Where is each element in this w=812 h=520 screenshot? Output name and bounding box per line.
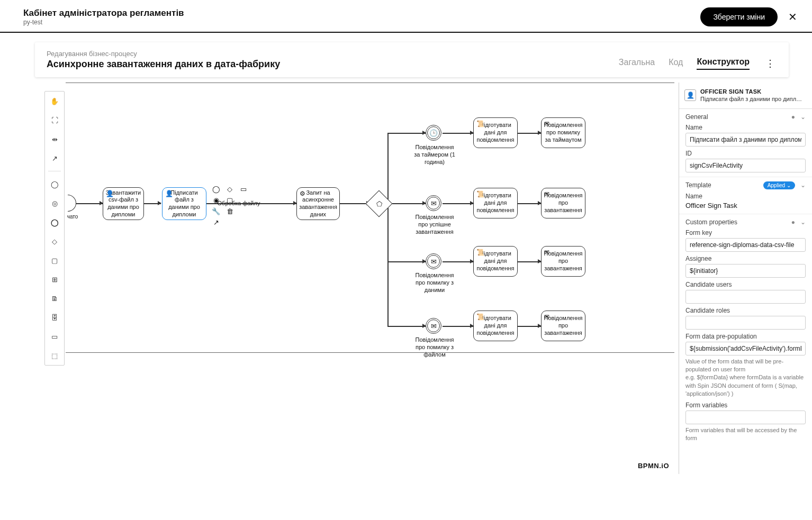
tab-code[interactable]: Код bbox=[669, 58, 683, 69]
input-form-vars[interactable] bbox=[685, 410, 806, 424]
chevron-down-icon[interactable]: ⌄ bbox=[800, 181, 806, 189]
tpl-name-value: Officer Sign Task bbox=[685, 202, 806, 209]
process-title: Асинхронне завантаження даних в дата-фаб… bbox=[47, 59, 280, 70]
task-prep-3[interactable]: 📜Підготувати дані для повідомлення bbox=[473, 246, 518, 277]
label-form-key: Form key bbox=[685, 229, 806, 236]
evt-timer[interactable]: 🕒 bbox=[426, 125, 441, 141]
task-msg-load-2[interactable]: ✉Повідомлення про завантаження bbox=[541, 188, 585, 218]
task-prep-4[interactable]: 📜Підготувати дані для повідомлення bbox=[473, 311, 518, 341]
tab-general[interactable]: Загальна bbox=[619, 58, 655, 69]
ctx-trash-icon[interactable]: 🗑 bbox=[224, 207, 235, 215]
event-gateway[interactable]: ⬠ bbox=[366, 190, 393, 217]
app-header: Кабінет адміністратора регламентів py-te… bbox=[0, 0, 812, 33]
script-icon: 📜 bbox=[476, 249, 484, 257]
script-icon: 📜 bbox=[476, 190, 484, 198]
input-name[interactable] bbox=[685, 133, 806, 147]
tab-builder[interactable]: Конструктор bbox=[697, 57, 750, 70]
app-title: Кабінет адміністратора регламентів bbox=[23, 8, 184, 19]
subheader: Редагування бізнес-процесу Асинхронне за… bbox=[35, 42, 789, 77]
tabs: Загальна Код Конструктор ⋮ bbox=[619, 57, 777, 70]
section-general: General bbox=[685, 113, 708, 121]
hint-form-vars: Form variables that will be accessed by … bbox=[685, 426, 806, 443]
evt-success[interactable]: ✉ bbox=[426, 195, 441, 211]
user-icon: 👤 bbox=[165, 190, 173, 198]
tool-group-icon[interactable]: ⬚ bbox=[48, 349, 61, 362]
tool-connect-icon[interactable]: ↗ bbox=[48, 152, 61, 165]
app-subtitle: py-test bbox=[23, 19, 184, 26]
task-msg-load-4[interactable]: ✉Повідомлення про завантаження bbox=[541, 311, 585, 341]
tool-gateway-icon[interactable]: ◇ bbox=[48, 235, 61, 248]
chevron-down-icon[interactable]: ⌄ bbox=[800, 218, 806, 226]
bpmn-canvas[interactable]: чато 👤Завантажити csv-файл з даними про … bbox=[35, 83, 674, 474]
tool-space-icon[interactable]: ⇹ bbox=[48, 133, 61, 145]
ctx-end-event-icon[interactable]: ◉ bbox=[211, 196, 221, 204]
context-pad: ◯◇▭ ◉▢ 🔧🗑 ↗ bbox=[211, 185, 249, 226]
mail-icon: ✉ bbox=[544, 190, 549, 198]
task-type-icon: 👤 bbox=[684, 89, 696, 101]
label-assignee: Assignee bbox=[685, 255, 806, 262]
tool-data-object-icon[interactable]: 🗎 bbox=[48, 292, 61, 305]
evt-file-error[interactable]: ✉ bbox=[426, 318, 441, 334]
input-cand-users[interactable] bbox=[685, 290, 806, 304]
gear-icon: ⚙ bbox=[300, 190, 305, 198]
section-custom: Custom properties bbox=[685, 218, 737, 226]
bpmn-logo: BPMN.iO bbox=[638, 462, 669, 470]
panel-name: Підписати файл з даними про дипл… bbox=[700, 95, 802, 103]
ctx-event-icon[interactable]: ◯ bbox=[211, 185, 221, 193]
panel-type: OFFICER SIGN TASK bbox=[700, 88, 802, 95]
save-button[interactable]: Зберегти зміни bbox=[700, 7, 778, 26]
start-label: чато bbox=[66, 214, 79, 221]
mail-icon: ✉ bbox=[544, 313, 549, 321]
section-template: Template bbox=[685, 181, 711, 189]
tool-intermediate-event-icon[interactable]: ◎ bbox=[48, 197, 61, 209]
close-icon[interactable]: ✕ bbox=[788, 11, 797, 23]
ctx-gateway-icon[interactable]: ◇ bbox=[224, 185, 235, 193]
evt-data-error[interactable]: ✉ bbox=[426, 253, 441, 269]
task-prep-1[interactable]: 📜Підготувати дані для повідомлення bbox=[473, 117, 518, 148]
tool-data-store-icon[interactable]: 🗄 bbox=[48, 311, 61, 324]
ctx-annotation-icon[interactable]: ▭ bbox=[238, 185, 249, 193]
input-prepop[interactable] bbox=[685, 342, 806, 355]
input-assignee[interactable] bbox=[685, 264, 806, 278]
mail-icon: ✉ bbox=[544, 120, 549, 128]
more-menu-icon[interactable]: ⋮ bbox=[763, 58, 777, 69]
hint-prepop: Value of the form data that will be pre-… bbox=[685, 358, 806, 398]
ctx-task-icon[interactable]: ▢ bbox=[224, 196, 235, 204]
ctx-spacer2 bbox=[238, 207, 249, 215]
label-cand-users: Candidate users bbox=[685, 281, 806, 288]
ctx-connect-icon[interactable]: ↗ bbox=[211, 218, 221, 226]
label-form-vars: Form variables bbox=[685, 402, 806, 409]
task-async-request[interactable]: ⚙Запит на асинхронне завантаження даних bbox=[296, 187, 340, 220]
task-prep-2[interactable]: 📜Підготувати дані для повідомлення bbox=[473, 188, 518, 218]
task-load-csv[interactable]: 👤Завантажити csv-файл з даними про дипло… bbox=[103, 187, 144, 220]
mail-icon: ✉ bbox=[544, 249, 549, 257]
input-form-key[interactable] bbox=[685, 238, 806, 252]
task-sign-file[interactable]: 👤Підписати файл з даними про дипломи bbox=[162, 187, 206, 220]
label-name: Name bbox=[685, 124, 806, 131]
ctx-wrench-icon[interactable]: 🔧 bbox=[211, 207, 221, 215]
ctx-spacer bbox=[238, 196, 249, 204]
task-msg-load-3[interactable]: ✉Повідомлення про завантаження bbox=[541, 246, 585, 277]
user-icon: 👤 bbox=[106, 190, 114, 198]
tool-end-event-icon[interactable]: ◯ bbox=[48, 216, 61, 229]
tool-subprocess-icon[interactable]: ⊞ bbox=[48, 273, 61, 286]
properties-panel: 👤 OFFICER SIGN TASK Підписати файл з дан… bbox=[679, 83, 812, 474]
dot-icon: ● bbox=[791, 218, 795, 226]
tool-start-event-icon[interactable]: ◯ bbox=[48, 178, 61, 190]
script-icon: 📜 bbox=[476, 120, 484, 128]
template-applied-badge[interactable]: Applied ⌄ bbox=[763, 181, 795, 189]
label-cand-roles: Candidate roles bbox=[685, 307, 806, 314]
chevron-down-icon[interactable]: ⌄ bbox=[800, 113, 806, 121]
label-id: ID bbox=[685, 150, 806, 157]
input-cand-roles[interactable] bbox=[685, 316, 806, 330]
tool-palette: ✋ ⛶ ⇹ ↗ ◯ ◎ ◯ ◇ ▢ ⊞ 🗎 🗄 ▭ ⬚ bbox=[44, 91, 65, 366]
tool-task-icon[interactable]: ▢ bbox=[48, 254, 61, 267]
tool-hand-icon[interactable]: ✋ bbox=[48, 95, 61, 107]
tool-lasso-icon[interactable]: ⛶ bbox=[48, 114, 61, 126]
label-tpl-name: Name bbox=[685, 193, 806, 200]
dot-icon: ● bbox=[791, 113, 795, 121]
input-id[interactable] bbox=[685, 159, 806, 172]
task-msg-timeout[interactable]: ✉Повідомлення про помилку за таймаутом bbox=[541, 117, 585, 148]
breadcrumb: Редагування бізнес-процесу bbox=[47, 50, 280, 58]
tool-participant-icon[interactable]: ▭ bbox=[48, 330, 61, 343]
